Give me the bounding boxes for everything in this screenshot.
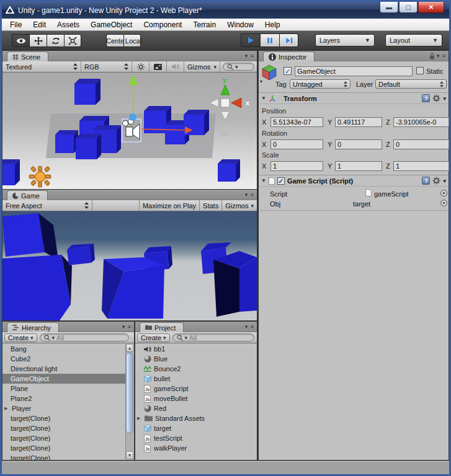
- hierarchy-item[interactable]: target(Clone): [2, 433, 125, 443]
- foldout-triangle-icon[interactable]: ▼: [261, 95, 266, 101]
- stats-toggle[interactable]: Stats: [200, 200, 222, 211]
- static-checkbox[interactable]: [416, 67, 424, 74]
- scroll-up-button[interactable]: ▲: [126, 344, 133, 352]
- move-tool-button[interactable]: [29, 34, 47, 47]
- menu-terrain[interactable]: Terrain: [187, 19, 221, 30]
- hierarchy-search-input[interactable]: ▾ All: [40, 333, 129, 342]
- foldout-triangle-icon[interactable]: ▼: [261, 178, 266, 183]
- project-item[interactable]: bb1: [135, 344, 257, 354]
- project-create-button[interactable]: Create ▾: [137, 333, 170, 342]
- gear-icon[interactable]: [432, 94, 440, 102]
- hierarchy-create-button[interactable]: Create ▾: [4, 333, 37, 342]
- step-button[interactable]: [279, 33, 298, 47]
- position-x-field[interactable]: 5.51343e-07: [270, 117, 323, 127]
- hierarchy-item[interactable]: ▶Player: [2, 403, 125, 413]
- help-icon[interactable]: ?: [422, 177, 430, 185]
- hierarchy-item[interactable]: Directional light: [2, 364, 125, 374]
- project-item[interactable]: Js gameScript: [135, 384, 257, 394]
- game-viewport[interactable]: [2, 211, 257, 320]
- panel-menu-icon[interactable]: ▾ ≡: [245, 53, 254, 59]
- rotation-x-field[interactable]: 0: [270, 139, 323, 149]
- pause-button[interactable]: [260, 33, 279, 47]
- panel-menu-icon[interactable]: ▾ ≡: [245, 192, 254, 198]
- minimize-button[interactable]: ▬: [380, 2, 398, 13]
- project-item[interactable]: Bounce2: [135, 364, 257, 374]
- script-field-value[interactable]: gameScript: [374, 190, 409, 198]
- project-item[interactable]: Red: [135, 403, 257, 413]
- project-item[interactable]: target: [135, 423, 257, 433]
- close-button[interactable]: ✕: [418, 2, 444, 13]
- scale-x-field[interactable]: 1: [270, 161, 323, 171]
- pivot-center-button[interactable]: Center: [106, 34, 123, 47]
- project-item[interactable]: Js testScript: [135, 433, 257, 443]
- tab-inspector[interactable]: Inspector: [263, 51, 315, 61]
- lock-icon[interactable]: [429, 53, 435, 60]
- maximize-on-play-toggle[interactable]: Maximize on Play: [139, 200, 200, 211]
- menu-window[interactable]: Window: [221, 19, 259, 30]
- view-tool-button[interactable]: [12, 34, 29, 47]
- game-script-header[interactable]: ▼ ✓ Game Script (Script) ? ▾: [259, 175, 449, 187]
- gear-icon[interactable]: [432, 177, 440, 185]
- gameobject-name-field[interactable]: GameObject: [295, 66, 413, 76]
- expand-arrow-icon[interactable]: ▶: [137, 416, 142, 421]
- project-search-input[interactable]: ▾ All: [172, 333, 254, 342]
- render-channel-dropdown[interactable]: RGB: [81, 61, 132, 72]
- hierarchy-item[interactable]: target(Clone): [2, 423, 125, 433]
- shading-mode-dropdown[interactable]: Textured: [2, 61, 81, 72]
- object-picker-icon[interactable]: [440, 200, 447, 206]
- project-item[interactable]: Blue: [135, 354, 257, 364]
- aspect-dropdown[interactable]: Free Aspect: [2, 200, 92, 211]
- layer-dropdown[interactable]: Default: [375, 79, 447, 89]
- hierarchy-item[interactable]: target(Clone): [2, 413, 125, 423]
- gameobject-icon[interactable]: ▾: [261, 64, 279, 82]
- scene-gizmos-dropdown[interactable]: Gizmos ▾: [184, 61, 220, 72]
- menu-help[interactable]: Help: [259, 19, 286, 30]
- position-z-field[interactable]: -3.910065e-0: [393, 117, 449, 127]
- hierarchy-item[interactable]: target(Clone): [2, 443, 125, 453]
- scroll-down-button[interactable]: ▼: [126, 451, 133, 459]
- scrollbar-thumb[interactable]: [126, 353, 133, 433]
- layout-dropdown[interactable]: Layout ▼: [385, 34, 442, 46]
- hierarchy-scrollbar[interactable]: ▲ ▼: [125, 344, 133, 459]
- menu-file[interactable]: File: [4, 19, 27, 30]
- project-item[interactable]: Js walkPlayer: [135, 443, 257, 453]
- scale-z-field[interactable]: 1: [393, 161, 449, 171]
- active-checkbox[interactable]: ✓: [284, 67, 292, 75]
- hierarchy-item[interactable]: Plane2: [2, 394, 125, 403]
- rotation-y-field[interactable]: 0: [335, 139, 382, 149]
- project-item[interactable]: Js moveBullet: [135, 394, 257, 403]
- panel-menu-icon[interactable]: ▾ ≡: [122, 324, 132, 330]
- hierarchy-item[interactable]: target(Clone): [2, 453, 125, 460]
- axis-local-button[interactable]: Local: [123, 34, 141, 47]
- menu-component[interactable]: Component: [138, 19, 187, 30]
- panel-menu-icon[interactable]: ▾ ≡: [245, 324, 254, 330]
- position-y-field[interactable]: 0.491117: [335, 117, 382, 127]
- menu-assets[interactable]: Assets: [51, 19, 85, 30]
- layers-dropdown[interactable]: Layers ▼: [315, 34, 375, 46]
- tab-scene[interactable]: Scene: [7, 51, 48, 61]
- project-item[interactable]: bullet: [135, 374, 257, 384]
- menu-edit[interactable]: Edit: [27, 19, 51, 30]
- rotation-z-field[interactable]: 0: [393, 139, 449, 149]
- panel-menu-icon[interactable]: ▾ ≡: [437, 53, 446, 59]
- play-button[interactable]: [241, 33, 260, 47]
- scene-audio-toggle[interactable]: [167, 61, 184, 72]
- scene-viewport[interactable]: y x Iso: [2, 73, 257, 190]
- obj-field-value[interactable]: target: [353, 200, 370, 208]
- hierarchy-item-selected[interactable]: GameObject: [2, 374, 125, 384]
- scene-search-input[interactable]: ▾: [223, 63, 254, 71]
- hierarchy-item[interactable]: Bang: [2, 344, 125, 354]
- scene-lighting-toggle[interactable]: [132, 61, 150, 72]
- transform-header[interactable]: ▼ Transform ? ▾: [259, 92, 449, 104]
- scene-fx-toggle[interactable]: [150, 61, 167, 72]
- menu-gameobject[interactable]: GameObject: [85, 19, 138, 30]
- expand-arrow-icon[interactable]: ▶: [4, 406, 9, 411]
- tab-game[interactable]: Game: [7, 190, 48, 200]
- component-enabled-checkbox[interactable]: ✓: [277, 177, 285, 185]
- tab-project[interactable]: Project: [140, 322, 184, 332]
- hierarchy-item[interactable]: Cube2: [2, 354, 125, 364]
- scale-y-field[interactable]: 1: [335, 161, 382, 171]
- tag-dropdown[interactable]: Untagged: [290, 79, 351, 89]
- object-picker-icon[interactable]: [440, 190, 447, 196]
- help-icon[interactable]: ?: [422, 94, 430, 102]
